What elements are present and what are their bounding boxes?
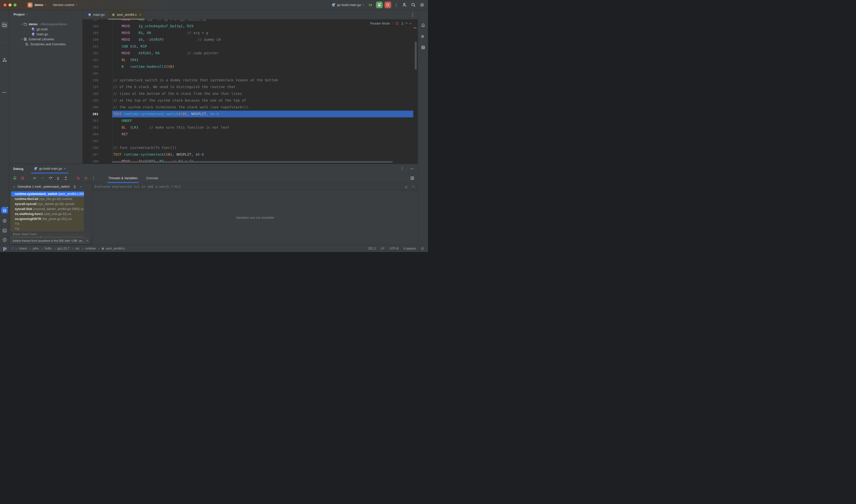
evaluate-expression-input[interactable] (92, 183, 418, 190)
minimize-window-button[interactable] (8, 3, 12, 6)
tab-asm-arm64[interactable]: asm_arm64.s × (108, 10, 145, 19)
stop-button[interactable] (20, 176, 25, 181)
breadcrumb-item[interactable]: john (33, 247, 39, 250)
structure-tool-button[interactable] (1, 57, 8, 63)
indent-style[interactable]: 4 spaces (404, 247, 416, 250)
code-line[interactable]: 188 MOVD (g_sched+gobuf_bp)(g), R29 (83, 23, 418, 30)
version-control-tool-button[interactable] (1, 246, 8, 252)
step-over-button[interactable] (48, 176, 53, 181)
previous-error-button[interactable] (406, 22, 408, 24)
thread-selector[interactable]: ✓ Goroutine 1 runti...ystemstack_switch (9, 183, 92, 191)
tab-console[interactable]: Console (145, 174, 159, 183)
stack-frame[interactable]: syscall.Stat (zsyscall_darwin_arm64.go:1… (11, 206, 84, 212)
step-into-button[interactable] (56, 176, 60, 181)
line-number[interactable]: 191 (83, 43, 99, 50)
line-number[interactable]: 198 (83, 90, 99, 97)
layout-settings-icon[interactable] (410, 176, 418, 180)
line-number[interactable]: 205 (83, 138, 99, 144)
code-line[interactable]: 200// the system stack terminates the st… (83, 104, 418, 111)
tab-main-go[interactable]: main.go (84, 10, 108, 19)
chevron-down-icon[interactable] (80, 185, 82, 187)
hide-panel-button[interactable]: — (410, 167, 413, 170)
line-number[interactable]: 204 (83, 131, 99, 138)
search-everywhere-icon[interactable] (411, 2, 416, 7)
line-number[interactable]: 195 (83, 70, 99, 77)
line-number[interactable]: 194 (83, 63, 99, 70)
breadcrumb-item[interactable]: runtime (85, 247, 96, 250)
caret-position[interactable]: 201:1 (368, 247, 376, 250)
stop-process-button[interactable] (385, 1, 391, 8)
code-text[interactable]: BL (R4) (99, 57, 138, 63)
code-text[interactable]: // lives at the bottom of the G stack fr… (99, 90, 242, 97)
code-text[interactable]: MOVD $0, -16(RSP) // dummy LR (99, 36, 221, 43)
close-window-button[interactable] (3, 3, 6, 6)
rerun-button[interactable] (12, 176, 17, 181)
line-number[interactable]: 189 (83, 30, 99, 36)
code-text[interactable]: MOVD R3, R0 // arg = g (99, 30, 208, 36)
chevron-right-icon[interactable] (20, 38, 22, 40)
debug-session-tab[interactable]: go build main.go × (31, 164, 68, 174)
line-number[interactable]: 192 (83, 50, 99, 57)
code-text[interactable]: RET (99, 131, 128, 138)
code-line[interactable]: 192 MOVD 0(R26), R4 // code pointer (83, 50, 418, 57)
breadcrumb-item[interactable]: / (12, 247, 13, 250)
line-number[interactable]: 188 (83, 23, 99, 30)
code-line[interactable]: 197// of the G stack. We need to disting… (83, 84, 418, 90)
code-text[interactable]: SUB $16, RSP (99, 43, 147, 50)
code-text[interactable]: // of the G stack. We need to distinguis… (99, 84, 235, 90)
project-tool-button[interactable] (1, 22, 8, 28)
code-text[interactable] (99, 138, 113, 144)
tab-options-menu[interactable]: ⋮ (411, 12, 418, 17)
mute-breakpoints-button[interactable] (83, 176, 88, 181)
tree-item-scratches[interactable]: Scratches and Consoles (9, 41, 82, 47)
notifications-bell-icon[interactable] (420, 22, 426, 29)
breadcrumb-item[interactable]: go1.23.7 (57, 247, 70, 250)
stack-frame[interactable]: os.ignoringEINTR (file_posix.go:251) os (11, 216, 84, 221)
chevron-down-icon[interactable] (20, 23, 22, 24)
ai-assistant-icon[interactable] (420, 33, 426, 39)
reader-mode-toggle[interactable]: Reader Mode (370, 21, 390, 25)
stack-frame[interactable]: runtime.libcCall (sys_libc.go:49) runtim… (11, 196, 84, 201)
line-number[interactable]: 199 (83, 97, 99, 104)
zoom-window-button[interactable] (14, 3, 17, 6)
code-line[interactable]: 187 MOVD R0, RSP // sp = m->g0->sched.sp (83, 19, 418, 23)
code-text[interactable]: TEXT runtime·systemstack(SB), NOSPLIT, $… (99, 151, 204, 158)
project-switcher[interactable]: demo (35, 3, 46, 7)
vertical-scrollbar[interactable] (415, 41, 417, 70)
code-line[interactable]: 204 RET (83, 131, 418, 138)
code-text[interactable]: B runtime·badmcall2(SB) (99, 63, 174, 70)
code-line[interactable]: 207TEXT runtime·systemstack(SB), NOSPLIT… (83, 151, 418, 158)
code-line[interactable]: 199// at the top of the system stack bec… (83, 97, 418, 104)
code-viewport[interactable]: 187 MOVD R0, RSP // sp = m->g0->sched.sp… (83, 19, 418, 164)
line-number[interactable]: 208 (83, 158, 99, 164)
rerun-debug-button[interactable] (376, 1, 383, 8)
toolbar-more-menu[interactable]: ⋮ (91, 176, 96, 181)
code-with-me-icon[interactable] (402, 2, 407, 7)
close-session-icon[interactable]: × (64, 167, 66, 170)
horizontal-scrollbar[interactable] (112, 161, 393, 163)
code-text[interactable]: TEXT runtime·systemstack_switch(SB), NOS… (99, 111, 218, 118)
execution-point-line[interactable]: 201TEXT runtime·systemstack_switch(SB), … (83, 111, 418, 118)
line-number[interactable]: 201 (83, 111, 99, 118)
add-watch-icon[interactable] (404, 185, 408, 189)
file-encoding[interactable]: UTF-8 (390, 247, 398, 250)
code-line[interactable]: 203 BL (LR) // make sure this function i… (83, 124, 418, 131)
resume-button[interactable] (32, 176, 37, 181)
breadcrumb-item[interactable]: asm_arm64.s (101, 247, 125, 250)
code-line[interactable]: 205 (83, 138, 418, 144)
tree-item-maingo[interactable]: main.go (9, 32, 82, 37)
code-line[interactable]: 196// systemstack_switch is a dummy rout… (83, 77, 418, 84)
step-out-button[interactable] (63, 176, 68, 181)
code-line[interactable]: 208 MOVD fn+0(FP), R3 // R3 = fn (83, 158, 418, 164)
stack-frame[interactable]: os.statNolog.func1 (stat_unix.go:32) os (11, 212, 84, 216)
code-text[interactable]: // func systemstack(fn func()) (99, 144, 176, 151)
stack-frame[interactable]: ?:0 (11, 227, 84, 232)
line-number[interactable]: 193 (83, 57, 99, 63)
code-line[interactable]: 198// lives at the bottom of the G stack… (83, 90, 418, 97)
debug-options-menu[interactable]: ⋮ (400, 166, 404, 171)
line-number[interactable]: 203 (83, 124, 99, 131)
tree-item-gomod[interactable]: go.mod (9, 26, 82, 32)
database-icon[interactable] (420, 44, 426, 51)
code-text[interactable]: // systemstack_switch is a dummy routine… (99, 77, 278, 84)
tree-item-external-libraries[interactable]: External Libraries (9, 37, 82, 41)
